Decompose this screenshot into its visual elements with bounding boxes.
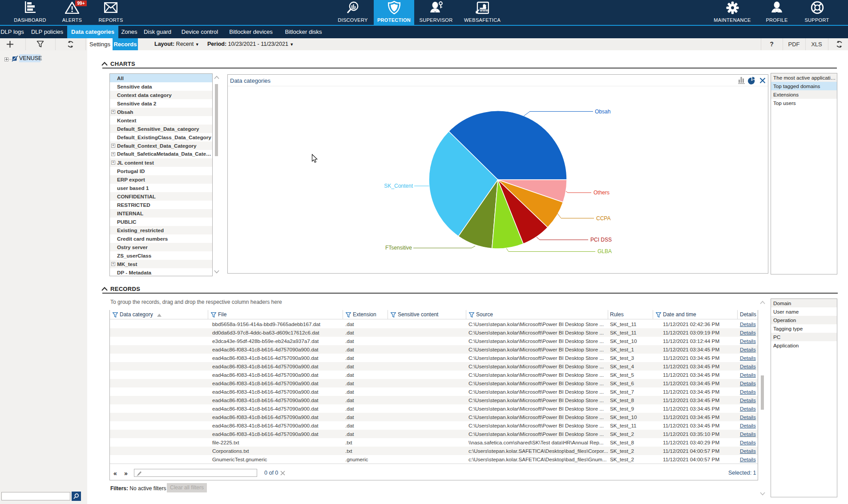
svg-text:Others: Others xyxy=(594,190,610,196)
svg-text:PCI DSS: PCI DSS xyxy=(590,237,612,243)
svg-text:SK_Content: SK_Content xyxy=(384,183,413,189)
svg-text:WWW: WWW xyxy=(480,9,489,12)
svg-text:GLBA: GLBA xyxy=(598,248,612,254)
svg-text:FTsensitive: FTsensitive xyxy=(385,245,412,251)
svg-text:CCPA: CCPA xyxy=(596,215,610,222)
svg-text:Obsah: Obsah xyxy=(595,109,610,115)
